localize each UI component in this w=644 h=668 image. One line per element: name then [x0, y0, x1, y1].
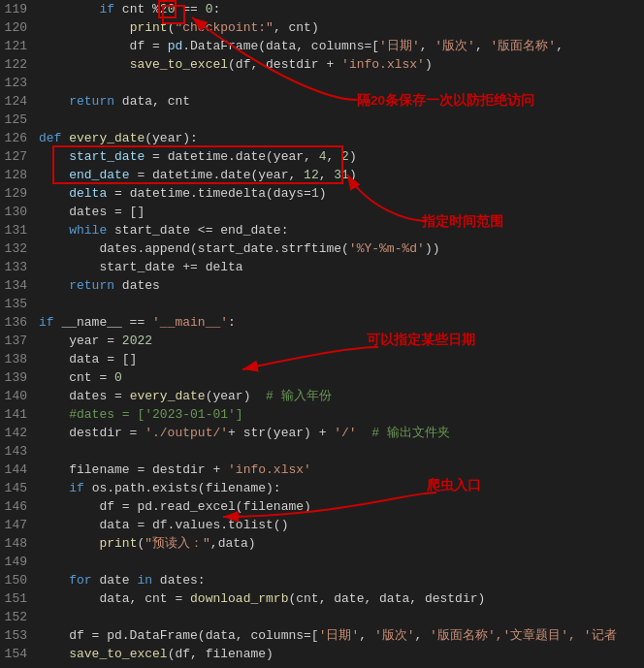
line-number: 124	[0, 92, 39, 111]
code-line: 154 save_to_excel(df, filename)	[0, 645, 644, 663]
line-number: 130	[0, 203, 39, 221]
line-content: dates = every_date(year) # 输入年份	[39, 387, 332, 405]
line-number: 122	[0, 55, 39, 74]
code-line: 131 while start_date <= end_date:	[0, 221, 644, 239]
code-line: 143	[0, 442, 644, 461]
code-line: 133 start_date += delta	[0, 258, 644, 276]
line-number: 128	[0, 166, 39, 184]
line-content	[39, 295, 47, 313]
line-content: delta = datetime.timedelta(days=1)	[39, 184, 327, 203]
line-content: data = []	[39, 350, 137, 368]
line-content: data = df.values.tolist()	[39, 516, 288, 534]
code-line: 140 dates = every_date(year) # 输入年份	[0, 387, 644, 405]
line-number: 137	[0, 332, 39, 350]
code-line: 149	[0, 553, 644, 571]
line-number: 134	[0, 276, 39, 295]
line-number: 142	[0, 424, 39, 442]
code-line: 147 data = df.values.tolist()	[0, 516, 644, 534]
code-line: 137 year = 2022	[0, 332, 644, 350]
code-line: 123	[0, 74, 644, 92]
line-number: 139	[0, 368, 39, 387]
line-content: data, cnt = download_rmrb(cnt, date, dat…	[39, 589, 485, 608]
code-line: 121 df = pd.DataFrame(data, columns=['日期…	[0, 37, 644, 55]
line-number: 123	[0, 74, 39, 92]
line-content: return data, cnt	[39, 92, 190, 111]
line-number: 129	[0, 184, 39, 203]
line-content: start_date += delta	[39, 258, 243, 276]
line-number: 146	[0, 497, 39, 516]
line-content: print("checkpoint:", cnt)	[39, 18, 319, 37]
line-content	[39, 553, 47, 571]
code-line: 146 df = pd.read_excel(filename)	[0, 497, 644, 516]
code-line: 134 return dates	[0, 276, 644, 295]
line-content: save_to_excel(df, destdir + 'info.xlsx')	[39, 55, 433, 74]
code-line: 151 data, cnt = download_rmrb(cnt, date,…	[0, 589, 644, 608]
code-line: 132 dates.append(start_date.strftime('%Y…	[0, 239, 644, 258]
line-number: 150	[0, 571, 39, 589]
line-content	[39, 74, 47, 92]
line-number: 145	[0, 479, 39, 497]
line-number: 138	[0, 350, 39, 368]
line-content: year = 2022	[39, 332, 152, 350]
line-content: df = pd.read_excel(filename)	[39, 497, 311, 516]
line-content: df = pd.DataFrame(data, columns=['日期', '…	[39, 626, 617, 645]
code-line: 141 #dates = ['2023-01-01']	[0, 405, 644, 424]
code-line: 127 start_date = datetime.date(year, 4, …	[0, 147, 644, 166]
code-line: 138 data = []	[0, 350, 644, 368]
line-number: 141	[0, 405, 39, 424]
code-line: 125	[0, 111, 644, 129]
code-line: 122 save_to_excel(df, destdir + 'info.xl…	[0, 55, 644, 74]
line-content: end_date = datetime.date(year, 12, 31)	[39, 166, 357, 184]
code-line: 153 df = pd.DataFrame(data, columns=['日期…	[0, 626, 644, 645]
line-number: 120	[0, 18, 39, 37]
line-content: destdir = './output/'+ str(year) + '/' #…	[39, 424, 450, 442]
line-number: 152	[0, 608, 39, 626]
code-line: 136if __name__ == '__main__':	[0, 313, 644, 332]
line-content: df = pd.DataFrame(data, columns=['日期', '…	[39, 37, 564, 55]
line-content	[39, 608, 47, 626]
line-content	[39, 111, 47, 129]
line-number: 147	[0, 516, 39, 534]
line-number: 127	[0, 147, 39, 166]
code-line: 130 dates = []	[0, 203, 644, 221]
line-content: print("预读入：",data)	[39, 534, 256, 553]
line-content: while start_date <= end_date:	[39, 221, 288, 239]
line-number: 119	[0, 0, 39, 18]
code-line: 148 print("预读入：",data)	[0, 534, 644, 553]
line-content: #dates = ['2023-01-01']	[39, 405, 243, 424]
code-line: 152	[0, 608, 644, 626]
code-line: 124 return data, cnt	[0, 92, 644, 111]
line-number: 151	[0, 589, 39, 608]
line-number: 135	[0, 295, 39, 313]
line-content: if cnt %20 == 0:	[39, 0, 220, 18]
code-line: 145 if os.path.exists(filename):	[0, 479, 644, 497]
line-content: def every_date(year):	[39, 129, 198, 147]
code-lines: 119 if cnt %20 == 0:120 print("checkpoin…	[0, 0, 644, 663]
line-content: return dates	[39, 276, 160, 295]
line-content: dates.append(start_date.strftime('%Y-%m-…	[39, 239, 439, 258]
code-line: 120 print("checkpoint:", cnt)	[0, 18, 644, 37]
line-content: filename = destdir + 'info.xlsx'	[39, 461, 311, 479]
line-content: for date in dates:	[39, 571, 206, 589]
line-number: 143	[0, 442, 39, 461]
line-number: 132	[0, 239, 39, 258]
line-number: 133	[0, 258, 39, 276]
code-line: 129 delta = datetime.timedelta(days=1)	[0, 184, 644, 203]
code-line: 142 destdir = './output/'+ str(year) + '…	[0, 424, 644, 442]
line-content: if __name__ == '__main__':	[39, 313, 236, 332]
line-content: dates = []	[39, 203, 145, 221]
line-number: 136	[0, 313, 39, 332]
line-number: 154	[0, 645, 39, 663]
code-editor: 119 if cnt %20 == 0:120 print("checkpoin…	[0, 0, 644, 668]
line-number: 131	[0, 221, 39, 239]
code-line: 128 end_date = datetime.date(year, 12, 3…	[0, 166, 644, 184]
code-line: 144 filename = destdir + 'info.xlsx'	[0, 461, 644, 479]
line-content: save_to_excel(df, filename)	[39, 645, 274, 663]
line-number: 121	[0, 37, 39, 55]
line-content: if os.path.exists(filename):	[39, 479, 281, 497]
line-number: 148	[0, 534, 39, 553]
line-content: cnt = 0	[39, 368, 122, 387]
line-content: start_date = datetime.date(year, 4, 2)	[39, 147, 357, 166]
code-line: 139 cnt = 0	[0, 368, 644, 387]
code-line: 135	[0, 295, 644, 313]
